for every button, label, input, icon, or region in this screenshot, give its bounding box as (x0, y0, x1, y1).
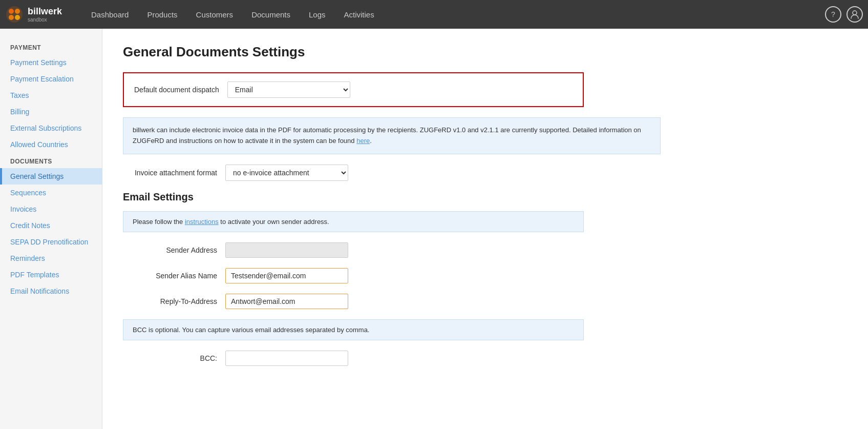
help-icon[interactable]: ? (825, 6, 841, 23)
bcc-info-box: BCC is optional. You can capture various… (123, 319, 584, 340)
reply-to-row: Reply-To-Address (123, 294, 584, 309)
sidebar-item-payment-escalation[interactable]: Payment Escalation (0, 71, 102, 87)
sender-address-input[interactable] (225, 242, 348, 258)
general-settings-container: → General Settings (0, 168, 102, 185)
sidebar-item-payment-settings[interactable]: Payment Settings (0, 54, 102, 71)
sidebar-item-pdf-templates[interactable]: PDF Templates (0, 267, 102, 283)
zugferd-info-box: billwerk can include electronic invoice … (123, 117, 661, 154)
email-info-box: Please follow the instructions to activa… (123, 211, 584, 232)
main-content: General Documents Settings Default docum… (102, 29, 868, 429)
zugferd-info-text: billwerk can include electronic invoice … (133, 126, 641, 145)
invoice-attachment-select[interactable]: no e-invoice attachment ZUGFeRD v1.0 ZUG… (225, 165, 348, 181)
reply-to-input[interactable] (225, 294, 348, 309)
email-info-pre-text: Please follow the (133, 218, 183, 226)
user-icon[interactable] (846, 6, 863, 23)
sidebar-item-general-settings[interactable]: General Settings (0, 168, 102, 185)
invoice-attachment-label: Invoice attachment format (123, 169, 225, 177)
sidebar-item-reminders[interactable]: Reminders (0, 250, 102, 267)
sidebar-item-sepa-dd[interactable]: SEPA DD Prenotification (0, 234, 102, 250)
logo: billwerk sandbox (5, 5, 72, 24)
page-title: General Documents Settings (123, 44, 848, 60)
svg-point-0 (6, 6, 23, 23)
sender-address-label: Sender Address (123, 246, 225, 254)
billwerk-logo-icon (5, 5, 24, 24)
nav-products[interactable]: Products (138, 0, 186, 29)
instructions-link[interactable]: instructions (185, 218, 219, 226)
dispatch-select[interactable]: Email Print None (227, 81, 350, 98)
sidebar-item-billing[interactable]: Billing (0, 104, 102, 120)
sender-alias-row: Sender Alias Name (123, 268, 584, 283)
topnav-right-icons: ? (825, 6, 863, 23)
nav-customers[interactable]: Customers (187, 0, 243, 29)
bcc-info-text: BCC is optional. You can capture various… (133, 326, 369, 334)
nav-activities[interactable]: Activities (335, 0, 384, 29)
svg-point-1 (9, 9, 14, 14)
nav-logs[interactable]: Logs (300, 0, 335, 29)
sidebar-item-invoices[interactable]: Invoices (0, 201, 102, 217)
invoice-attachment-row: Invoice attachment format no e-invoice a… (123, 165, 584, 181)
bcc-label: BCC: (123, 354, 225, 362)
svg-point-2 (15, 9, 20, 14)
logo-name: billwerk (28, 6, 62, 16)
sidebar-item-allowed-countries[interactable]: Allowed Countries (0, 136, 102, 153)
sidebar-item-external-subscriptions[interactable]: External Subscriptions (0, 120, 102, 136)
email-settings-title: Email Settings (123, 191, 848, 203)
reply-to-label: Reply-To-Address (123, 297, 225, 305)
top-navigation: billwerk sandbox Dashboard Products Cust… (0, 0, 868, 29)
bcc-input[interactable] (225, 351, 348, 366)
sidebar: PAYMENT Payment Settings Payment Escalat… (0, 29, 102, 429)
main-layout: PAYMENT Payment Settings Payment Escalat… (0, 29, 868, 429)
documents-section-title: DOCUMENTS (0, 153, 102, 168)
zugferd-info-link[interactable]: here (356, 137, 370, 145)
nav-dashboard[interactable]: Dashboard (82, 0, 138, 29)
default-dispatch-label: Default document dispatch (134, 86, 227, 94)
nav-documents[interactable]: Documents (242, 0, 300, 29)
email-info-post-text: to activate your own sender address. (220, 218, 329, 226)
sender-alias-label: Sender Alias Name (123, 272, 225, 280)
logo-subtitle: sandbox (28, 17, 62, 23)
logo-text-container: billwerk sandbox (28, 6, 62, 23)
bcc-row: BCC: (123, 351, 584, 366)
sidebar-item-credit-notes[interactable]: Credit Notes (0, 217, 102, 234)
default-dispatch-box: Default document dispatch Email Print No… (123, 72, 584, 107)
svg-point-5 (853, 11, 857, 15)
payment-section-title: PAYMENT (0, 39, 102, 54)
sidebar-item-sequences[interactable]: Sequences (0, 185, 102, 201)
nav-links: Dashboard Products Customers Documents L… (82, 0, 825, 29)
svg-point-3 (9, 15, 14, 20)
sender-alias-input[interactable] (225, 268, 348, 283)
sender-address-row: Sender Address (123, 242, 584, 258)
sidebar-item-email-notifications[interactable]: Email Notifications (0, 283, 102, 299)
sidebar-item-taxes[interactable]: Taxes (0, 87, 102, 104)
svg-point-4 (15, 15, 20, 20)
